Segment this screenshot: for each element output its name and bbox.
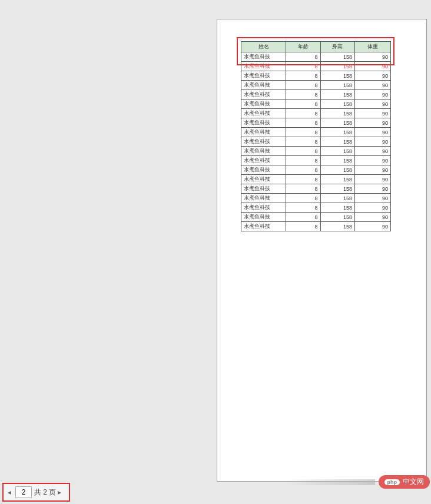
cell-age: 8 xyxy=(286,222,320,231)
table-row: 水煮鱼科技815890 xyxy=(241,90,391,100)
cell-height: 158 xyxy=(320,71,354,81)
cell-age: 8 xyxy=(286,156,320,165)
watermark-badge: php 中文网 xyxy=(379,475,430,489)
cell-name: 水煮鱼科技 xyxy=(241,118,286,128)
cell-name: 水煮鱼科技 xyxy=(241,165,286,175)
cell-name: 水煮鱼科技 xyxy=(241,71,286,81)
cell-name: 水煮鱼科技 xyxy=(241,156,286,165)
cell-weight: 90 xyxy=(355,203,391,213)
cell-height: 158 xyxy=(320,203,354,213)
cell-name: 水煮鱼科技 xyxy=(241,137,286,147)
cell-height: 158 xyxy=(320,175,354,184)
table-row: 水煮鱼科技815890 xyxy=(241,203,391,213)
table-row: 水煮鱼科技815890 xyxy=(241,194,391,203)
page-preview-panel: 姓名 年龄 身高 体重 水煮鱼科技815890水煮鱼科技815890水煮鱼科技8… xyxy=(217,19,427,482)
table-row: 水煮鱼科技815890 xyxy=(241,62,391,71)
table-row: 水煮鱼科技815890 xyxy=(241,52,391,62)
table-row: 水煮鱼科技815890 xyxy=(241,156,391,165)
cell-weight: 90 xyxy=(355,175,391,184)
cell-weight: 90 xyxy=(355,137,391,147)
cell-weight: 90 xyxy=(355,184,391,194)
cell-weight: 90 xyxy=(355,222,391,231)
table-header-row: 姓名 年龄 身高 体重 xyxy=(241,42,391,52)
table-row: 水煮鱼科技815890 xyxy=(241,165,391,175)
table-row: 水煮鱼科技815890 xyxy=(241,109,391,118)
watermark-site-label: 中文网 xyxy=(403,477,424,487)
cell-weight: 90 xyxy=(355,128,391,137)
cell-age: 8 xyxy=(286,147,320,156)
cell-weight: 90 xyxy=(355,52,391,62)
cell-age: 8 xyxy=(286,71,320,81)
cell-height: 158 xyxy=(320,165,354,175)
cell-age: 8 xyxy=(286,81,320,90)
page-total-label: 共 2 页 xyxy=(34,488,56,498)
table-row: 水煮鱼科技815890 xyxy=(241,213,391,222)
cell-age: 8 xyxy=(286,118,320,128)
table-row: 水煮鱼科技815890 xyxy=(241,184,391,194)
data-table: 姓名 年龄 身高 体重 水煮鱼科技815890水煮鱼科技815890水煮鱼科技8… xyxy=(241,41,391,231)
cell-name: 水煮鱼科技 xyxy=(241,222,286,231)
table-row: 水煮鱼科技815890 xyxy=(241,71,391,81)
table-row: 水煮鱼科技815890 xyxy=(241,147,391,156)
watermark-gradient xyxy=(287,479,375,485)
cell-height: 158 xyxy=(320,213,354,222)
cell-name: 水煮鱼科技 xyxy=(241,128,286,137)
table-row: 水煮鱼科技815890 xyxy=(241,222,391,231)
cell-weight: 90 xyxy=(355,213,391,222)
cell-name: 水煮鱼科技 xyxy=(241,203,286,213)
cell-age: 8 xyxy=(286,203,320,213)
table-row: 水煮鱼科技815890 xyxy=(241,100,391,109)
cell-name: 水煮鱼科技 xyxy=(241,90,286,100)
cell-age: 8 xyxy=(286,62,320,71)
cell-height: 158 xyxy=(320,62,354,71)
header-age: 年龄 xyxy=(286,42,320,52)
prev-page-button[interactable]: ◂ xyxy=(6,488,13,496)
cell-weight: 90 xyxy=(355,100,391,109)
table-row: 水煮鱼科技815890 xyxy=(241,175,391,184)
cell-name: 水煮鱼科技 xyxy=(241,184,286,194)
header-height: 身高 xyxy=(320,42,354,52)
cell-name: 水煮鱼科技 xyxy=(241,109,286,118)
cell-name: 水煮鱼科技 xyxy=(241,62,286,71)
cell-height: 158 xyxy=(320,137,354,147)
table-row: 水煮鱼科技815890 xyxy=(241,137,391,147)
cell-weight: 90 xyxy=(355,109,391,118)
cell-name: 水煮鱼科技 xyxy=(241,147,286,156)
cell-name: 水煮鱼科技 xyxy=(241,213,286,222)
cell-age: 8 xyxy=(286,213,320,222)
page-number-input[interactable] xyxy=(15,486,32,498)
cell-age: 8 xyxy=(286,165,320,175)
cell-height: 158 xyxy=(320,128,354,137)
cell-height: 158 xyxy=(320,52,354,62)
next-page-button[interactable]: ▸ xyxy=(56,488,63,496)
watermark-php-label: php xyxy=(384,479,400,485)
cell-weight: 90 xyxy=(355,62,391,71)
cell-name: 水煮鱼科技 xyxy=(241,194,286,203)
cell-height: 158 xyxy=(320,184,354,194)
cell-height: 158 xyxy=(320,81,354,90)
cell-age: 8 xyxy=(286,137,320,147)
table-row: 水煮鱼科技815890 xyxy=(241,81,391,90)
cell-age: 8 xyxy=(286,109,320,118)
cell-age: 8 xyxy=(286,100,320,109)
cell-height: 158 xyxy=(320,194,354,203)
cell-weight: 90 xyxy=(355,90,391,100)
cell-name: 水煮鱼科技 xyxy=(241,81,286,90)
cell-weight: 90 xyxy=(355,118,391,128)
table-row: 水煮鱼科技815890 xyxy=(241,118,391,128)
cell-height: 158 xyxy=(320,100,354,109)
cell-age: 8 xyxy=(286,90,320,100)
header-name: 姓名 xyxy=(241,42,286,52)
cell-height: 158 xyxy=(320,109,354,118)
table-row: 水煮鱼科技815890 xyxy=(241,128,391,137)
pagination-control: ◂ 共 2 页 ▸ xyxy=(2,483,70,502)
cell-name: 水煮鱼科技 xyxy=(241,175,286,184)
cell-weight: 90 xyxy=(355,156,391,165)
cell-height: 158 xyxy=(320,147,354,156)
cell-age: 8 xyxy=(286,194,320,203)
cell-weight: 90 xyxy=(355,147,391,156)
header-weight: 体重 xyxy=(355,42,391,52)
table-body: 水煮鱼科技815890水煮鱼科技815890水煮鱼科技815890水煮鱼科技81… xyxy=(241,52,391,231)
cell-height: 158 xyxy=(320,222,354,231)
cell-age: 8 xyxy=(286,184,320,194)
